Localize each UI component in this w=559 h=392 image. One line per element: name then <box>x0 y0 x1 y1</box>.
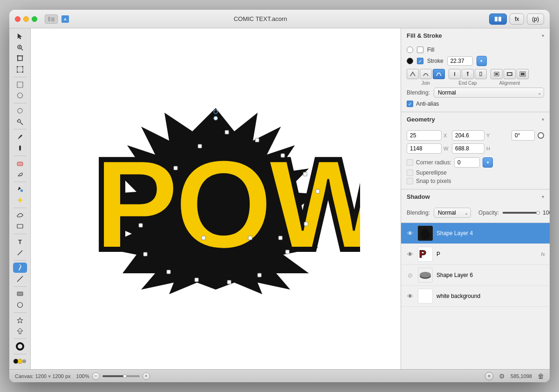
x-input[interactable] <box>407 130 442 141</box>
align-outside-btn[interactable] <box>517 69 529 79</box>
zoom-tool[interactable] <box>13 42 27 53</box>
stroke-checkbox[interactable]: ✓ <box>417 58 423 64</box>
svg-rect-61 <box>286 250 289 254</box>
h-input[interactable] <box>452 143 484 154</box>
eraser-tool[interactable] <box>13 158 27 168</box>
join-bevel-btn[interactable] <box>433 69 445 79</box>
align-inside-btn[interactable] <box>491 69 503 79</box>
p-button[interactable]: (p) <box>527 14 544 25</box>
layers-section: 👁 Shape Layer 4 👁 P P <box>401 223 550 369</box>
svg-rect-78 <box>521 73 525 75</box>
canvas-wrapper: POW! POW! POW! <box>31 28 401 369</box>
layer-visibility-toggle[interactable]: ⊘ <box>406 271 414 279</box>
circle-outline-tool[interactable] <box>13 341 27 351</box>
zoom-out-button[interactable]: − <box>92 372 100 380</box>
canvas-area[interactable]: POW! POW! POW! <box>31 28 401 369</box>
layer-visibility-toggle[interactable]: 👁 <box>406 292 414 300</box>
paint-bucket-tool[interactable] <box>13 184 27 195</box>
svg-rect-52 <box>139 223 143 227</box>
layer-item[interactable]: 👁 P P P fx <box>401 244 550 265</box>
arrow-tool[interactable] <box>13 326 27 336</box>
layer-item[interactable]: ⊘ Shape Layer 6 <box>401 265 550 286</box>
line-tool[interactable] <box>13 248 27 258</box>
brightness-tool[interactable] <box>13 195 27 205</box>
layer-visibility-toggle[interactable]: 👁 <box>406 250 414 258</box>
add-layer-button[interactable]: + <box>485 372 493 380</box>
layer-item[interactable]: 👁 Shape Layer 4 <box>401 223 550 244</box>
brush-tool[interactable] <box>13 132 27 142</box>
zoom-slider[interactable] <box>102 375 140 377</box>
shadow-header[interactable]: Shadow ▾ <box>401 189 550 204</box>
y-input[interactable] <box>452 130 484 141</box>
layer-name: Shape Layer 6 <box>436 272 545 278</box>
svg-rect-55 <box>225 130 229 134</box>
minimize-button[interactable] <box>23 16 29 22</box>
rect-shape-tool[interactable] <box>13 222 27 232</box>
align-center-btn[interactable] <box>504 69 516 79</box>
close-button[interactable] <box>15 16 20 22</box>
freeform-tool[interactable] <box>13 274 27 284</box>
smudge-tool[interactable] <box>13 169 27 179</box>
join-miter-btn[interactable] <box>407 69 419 79</box>
transform-tool[interactable] <box>13 64 27 74</box>
settings-button[interactable]: ⚙ <box>499 372 505 380</box>
stroke-color-dot[interactable] <box>407 58 413 64</box>
fill-label: Fill <box>427 47 434 53</box>
svg-point-51 <box>214 116 218 120</box>
snap-pixels-checkbox[interactable] <box>407 178 413 184</box>
delete-layer-button[interactable]: 🗑 <box>538 372 544 380</box>
star-tool[interactable] <box>13 315 27 325</box>
endcap-square-btn[interactable] <box>475 69 487 79</box>
shadow-blending-select[interactable]: Normal Multiply <box>434 208 471 218</box>
stroke-dropdown[interactable]: ▾ <box>477 56 487 66</box>
anti-alias-checkbox[interactable]: ✓ <box>407 101 413 107</box>
zoom-in-button[interactable]: + <box>143 372 150 380</box>
layer-name: white background <box>436 293 545 299</box>
fill-radio[interactable] <box>407 47 413 53</box>
corner-radius-input[interactable] <box>454 157 480 168</box>
fill-row: Fill <box>407 47 544 53</box>
geometry-header[interactable]: Geometry ▾ <box>401 112 550 127</box>
left-toolbar: T <box>9 28 31 369</box>
endcap-butt-btn[interactable] <box>449 69 461 79</box>
pen-tool[interactable] <box>13 263 27 273</box>
stroke-value-input[interactable] <box>447 56 473 66</box>
layer-item[interactable]: 👁 white background <box>401 286 550 307</box>
endcap-label: End Cap <box>459 81 477 86</box>
svg-rect-16 <box>17 67 23 72</box>
shadow-chevron: ▾ <box>542 194 544 199</box>
opacity-slider[interactable] <box>503 212 540 214</box>
fill-stroke-body: Fill ✓ Stroke ▾ <box>401 43 550 112</box>
endcap-round-btn[interactable] <box>462 69 474 79</box>
degree-input[interactable] <box>511 130 535 141</box>
artwork-svg: POW! POW! POW! <box>71 103 360 294</box>
fx-button[interactable]: fx <box>510 14 524 25</box>
cloud-shape-tool[interactable] <box>13 210 27 221</box>
corner-dropdown[interactable]: ▾ <box>483 157 493 168</box>
select-tool[interactable] <box>13 31 27 41</box>
tools-button[interactable] <box>489 14 507 25</box>
rotation-handle[interactable] <box>538 132 544 139</box>
svg-rect-39 <box>17 292 23 296</box>
svg-rect-21 <box>17 82 23 88</box>
shadow-body: Blending: Normal Multiply Opacity: <box>401 204 550 223</box>
ellipse-tool[interactable] <box>13 300 27 310</box>
lasso-tool[interactable] <box>13 106 27 116</box>
rect-fill-tool[interactable] <box>13 289 27 299</box>
corner-radius-checkbox[interactable] <box>407 159 413 166</box>
ellipse-select-tool[interactable] <box>13 90 27 101</box>
marquee-tool[interactable] <box>13 80 27 90</box>
crop-tool[interactable] <box>13 54 27 64</box>
join-round-btn[interactable] <box>420 69 432 79</box>
blending-select[interactable]: Normal Multiply Screen <box>434 88 544 98</box>
color-picker-row[interactable] <box>13 356 27 366</box>
text-tool[interactable]: T <box>13 237 27 247</box>
magic-wand-tool[interactable] <box>13 117 27 127</box>
fill-stroke-header[interactable]: Fill & Stroke ▾ <box>401 28 550 43</box>
ink-tool[interactable] <box>13 143 27 153</box>
layer-visibility-toggle[interactable]: 👁 <box>406 229 414 237</box>
w-input[interactable] <box>407 143 442 154</box>
svg-marker-80 <box>420 227 431 240</box>
superellipse-checkbox[interactable] <box>407 169 413 176</box>
fill-checkbox[interactable] <box>417 47 423 53</box>
